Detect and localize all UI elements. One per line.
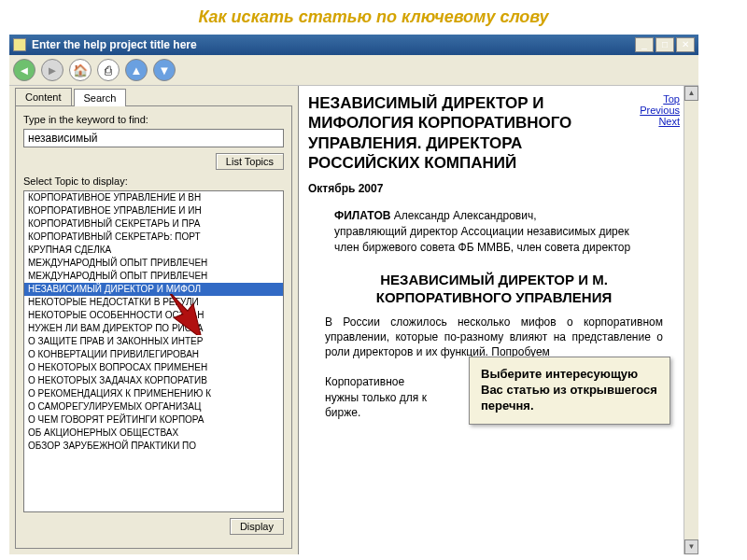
toolbar: ◄ ► 🏠 ⎙ ▲ ▼ bbox=[9, 55, 698, 86]
topic-item[interactable]: НЕКОТОРЫЕ НЕДОСТАТКИ В РЕГУЛИ bbox=[24, 296, 283, 309]
forward-button[interactable]: ► bbox=[41, 59, 63, 81]
topic-item[interactable]: ОБ АКЦИОНЕРНЫХ ОБЩЕСТВАХ bbox=[24, 427, 283, 440]
topic-item[interactable]: МЕЖДУНАРОДНЫЙ ОПЫТ ПРИВЛЕЧЕН bbox=[24, 270, 283, 283]
minimize-button[interactable]: _ bbox=[635, 37, 654, 52]
topic-item[interactable]: О ЗАЩИТЕ ПРАВ И ЗАКОННЫХ ИНТЕР bbox=[24, 335, 283, 348]
section-title: НЕЗАВИСИМЫЙ ДИРЕКТОР И М. КОРПОРАТИВНОГО… bbox=[317, 272, 670, 307]
list-topics-button[interactable]: List Topics bbox=[216, 153, 284, 170]
instruction-callout: Выберите интересующую Вас статью из откр… bbox=[469, 357, 670, 425]
scroll-down-button[interactable]: ▼ bbox=[153, 59, 176, 81]
window-title: Enter the help project title here bbox=[32, 38, 633, 51]
topic-item[interactable]: КОРПОРАТИВНОЕ УПРАВЛЕНИЕ И ИН bbox=[24, 204, 283, 217]
topic-item[interactable]: О НЕКОТОРЫХ ЗАДАЧАХ КОРПОРАТИВ bbox=[24, 374, 283, 387]
topic-item[interactable]: ОБЗОР ЗАРУБЕЖНОЙ ПРАКТИКИ ПО bbox=[24, 440, 283, 453]
document-date: Октябрь 2007 bbox=[308, 182, 680, 195]
topic-item[interactable]: О РЕКОМЕНДАЦИЯХ К ПРИМЕНЕНИЮ К bbox=[24, 387, 283, 400]
nav-links: Top Previous Next bbox=[631, 93, 680, 173]
display-button[interactable]: Display bbox=[230, 518, 284, 535]
print-button[interactable]: ⎙ bbox=[97, 59, 120, 81]
search-panel: Type in the keyword to find: List Topics… bbox=[15, 105, 292, 549]
maximize-button[interactable]: □ bbox=[655, 37, 674, 52]
topic-item[interactable]: О КОНВЕРТАЦИИ ПРИВИЛЕГИРОВАН bbox=[24, 348, 283, 361]
topic-list[interactable]: КОРПОРАТИВНОЕ УПРАВЛЕНИЕ И ВНКОРПОРАТИВН… bbox=[23, 190, 284, 512]
topic-item[interactable]: КОРПОРАТИВНЫЙ СЕКРЕТАРЬ: ПОРТ bbox=[24, 231, 283, 244]
author-line-2: член биржевого совета ФБ ММВБ, член сове… bbox=[334, 241, 630, 254]
topic-item[interactable]: КРУПНАЯ СДЕЛКА bbox=[24, 244, 283, 257]
author-surname: ФИЛАТОВ bbox=[334, 209, 390, 222]
author-firstname: Александр Александрович, bbox=[390, 209, 536, 222]
author-line-1: управляющий директор Ассоциации независи… bbox=[334, 225, 629, 238]
scrollbar[interactable] bbox=[684, 86, 698, 554]
page-heading: Как искать статью по ключевому слову bbox=[0, 0, 747, 35]
app-icon bbox=[13, 38, 26, 51]
author-block: ФИЛАТОВ Александр Александрович, управля… bbox=[334, 208, 680, 255]
topic-item[interactable]: НЕКОТОРЫЕ ОСОБЕННОСТИ ОСЗДАН bbox=[24, 309, 283, 322]
tab-search[interactable]: Search bbox=[74, 89, 127, 106]
keyword-input[interactable] bbox=[23, 129, 284, 147]
content-pane: НЕЗАВИСИМЫЙ ДИРЕКТОР И МИФОЛОГИЯ КОРПОРА… bbox=[299, 86, 698, 554]
topic-item[interactable]: КОРПОРАТИВНОЕ УПРАВЛЕНИЕ И ВН bbox=[24, 191, 283, 204]
select-topic-label: Select Topic to display: bbox=[23, 175, 284, 187]
keyword-label: Type in the keyword to find: bbox=[23, 114, 284, 125]
home-button[interactable]: 🏠 bbox=[69, 59, 92, 81]
help-window: Enter the help project title here _ □ ✕ … bbox=[9, 35, 698, 554]
document-title: НЕЗАВИСИМЫЙ ДИРЕКТОР И МИФОЛОГИЯ КОРПОРА… bbox=[308, 93, 624, 173]
scroll-up-button[interactable]: ▲ bbox=[125, 59, 148, 81]
tab-content[interactable]: Content bbox=[15, 88, 72, 105]
tab-strip: Content Search bbox=[15, 88, 292, 105]
topic-item[interactable]: НУЖЕН ЛИ ВАМ ДИРЕКТОР ПО РИСКА bbox=[24, 322, 283, 335]
paragraph-1: В России сложилось несколько мифов о кор… bbox=[325, 315, 663, 360]
topic-item[interactable]: О САМОРЕГУЛИРУЕМЫХ ОРГАНИЗАЦ bbox=[24, 400, 283, 413]
topic-item[interactable]: О НЕКОТОРЫХ ВОПРОСАХ ПРИМЕНЕН bbox=[24, 361, 283, 374]
topic-item[interactable]: НЕЗАВИСИМЫЙ ДИРЕКТОР И МИФОЛ bbox=[24, 283, 283, 296]
close-button[interactable]: ✕ bbox=[676, 37, 695, 52]
link-previous[interactable]: Previous bbox=[631, 105, 680, 116]
topic-item[interactable]: МЕЖДУНАРОДНЫЙ ОПЫТ ПРИВЛЕЧЕН bbox=[24, 257, 283, 270]
topic-item[interactable]: КОРПОРАТИВНЫЙ СЕКРЕТАРЬ И ПРА bbox=[24, 217, 283, 231]
topic-item[interactable]: О ЧЕМ ГОВОРЯТ РЕЙТИНГИ КОРПОРА bbox=[24, 413, 283, 427]
sidebar: Content Search Type in the keyword to fi… bbox=[9, 86, 299, 554]
link-next[interactable]: Next bbox=[631, 116, 680, 127]
link-top[interactable]: Top bbox=[631, 93, 680, 105]
titlebar: Enter the help project title here _ □ ✕ bbox=[9, 35, 698, 55]
back-button[interactable]: ◄ bbox=[13, 59, 35, 81]
